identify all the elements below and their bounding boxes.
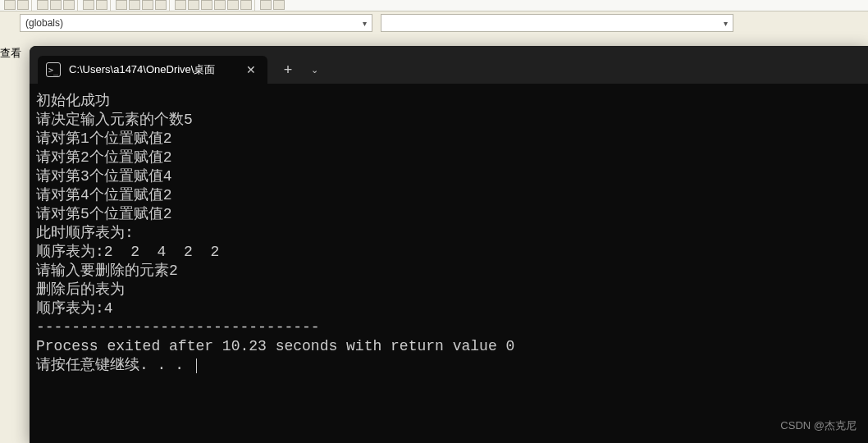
terminal-line: 请对第1个位置赋值2 xyxy=(36,130,861,148)
toolbar-icon[interactable] xyxy=(96,0,107,10)
terminal-output[interactable]: 初始化成功请决定输入元素的个数5请对第1个位置赋值2请对第2个位置赋值2请对第3… xyxy=(30,84,868,443)
scope-dropdown-row: (globals) xyxy=(0,11,868,34)
close-icon[interactable]: ✕ xyxy=(243,62,259,78)
cursor xyxy=(196,359,197,373)
terminal-line: 请决定输入元素的个数5 xyxy=(36,111,861,130)
toolbar-icon[interactable] xyxy=(129,0,140,10)
chevron-down-icon: ⌄ xyxy=(311,65,318,75)
toolbar-group-3 xyxy=(80,0,111,11)
toolbar-icon[interactable] xyxy=(227,0,239,10)
toolbar-icon[interactable] xyxy=(83,0,94,10)
terminal-line: 请按任意键继续. . . xyxy=(36,356,861,375)
scope-dropdown-value: (globals) xyxy=(25,17,63,29)
toolbar-icon[interactable] xyxy=(240,0,252,10)
terminal-line: 请对第3个位置赋值4 xyxy=(36,167,861,186)
scope-dropdown[interactable]: (globals) xyxy=(20,14,372,32)
toolbar-icon[interactable] xyxy=(116,0,127,10)
terminal-line: Process exited after 10.23 seconds with … xyxy=(36,337,861,356)
new-tab-button[interactable]: + xyxy=(274,56,302,84)
toolbar-group-6 xyxy=(258,0,866,11)
toolbar-group-1 xyxy=(2,0,32,11)
toolbar-icon[interactable] xyxy=(188,0,199,10)
terminal-tab[interactable]: >_ C:\Users\a1474\OneDrive\桌面 ✕ xyxy=(38,56,267,84)
terminal-line: -------------------------------- xyxy=(36,318,861,337)
tab-menu-dropdown[interactable]: ⌄ xyxy=(302,56,327,84)
terminal-line: 顺序表为:4 xyxy=(36,299,861,318)
toolbar-icon[interactable] xyxy=(142,0,153,10)
terminal-line: 请对第2个位置赋值2 xyxy=(36,148,861,167)
terminal-window: >_ C:\Users\a1474\OneDrive\桌面 ✕ + ⌄ 初始化成… xyxy=(30,46,868,443)
terminal-line: 请输入要删除的元素2 xyxy=(36,262,861,281)
toolbar-icon[interactable] xyxy=(4,0,16,10)
toolbar-group-2 xyxy=(34,0,78,11)
function-dropdown[interactable] xyxy=(381,14,733,32)
terminal-line: 此时顺序表为: xyxy=(36,224,861,243)
toolbar-icon[interactable] xyxy=(273,0,285,10)
terminal-tabbar: >_ C:\Users\a1474\OneDrive\桌面 ✕ + ⌄ xyxy=(30,46,868,84)
toolbar-icon[interactable] xyxy=(175,0,186,10)
toolbar-icon[interactable] xyxy=(201,0,212,10)
terminal-icon: >_ xyxy=(46,62,61,77)
left-panel-label: 查看 xyxy=(0,46,21,61)
toolbar-icon[interactable] xyxy=(50,0,62,10)
toolbar-icon[interactable] xyxy=(155,0,167,10)
terminal-line: 删除后的表为 xyxy=(36,281,861,299)
toolbar-icon[interactable] xyxy=(37,0,48,10)
toolbar-group-5 xyxy=(172,0,255,11)
toolbar-group-4 xyxy=(113,0,170,11)
terminal-line: 初始化成功 xyxy=(36,92,861,111)
terminal-line: 请对第4个位置赋值2 xyxy=(36,186,861,205)
terminal-tab-title: C:\Users\a1474\OneDrive\桌面 xyxy=(69,62,235,77)
toolbar-icon[interactable] xyxy=(214,0,226,10)
terminal-line: 请对第5个位置赋值2 xyxy=(36,205,861,224)
watermark: CSDN @杰克尼 xyxy=(780,418,857,433)
toolbar-icon[interactable] xyxy=(17,0,29,10)
toolbar-icon[interactable] xyxy=(63,0,75,10)
toolbar-icon[interactable] xyxy=(260,0,272,10)
editor-toolbar xyxy=(0,0,868,11)
terminal-line: 顺序表为:2 2 4 2 2 xyxy=(36,243,861,262)
